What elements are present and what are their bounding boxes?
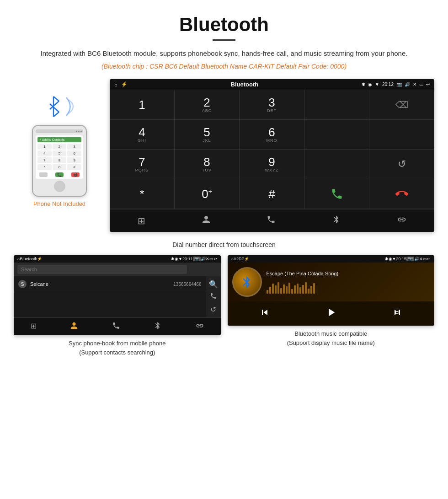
contact-phone: 13566664466 — [173, 282, 201, 287]
toolbar-link-icon[interactable] — [397, 215, 406, 226]
eq-bar — [272, 284, 274, 294]
pb-search-bar — [14, 263, 221, 276]
volume-icon[interactable]: 🔊 — [405, 82, 410, 87]
dial-key-7[interactable]: 7 PQRS — [110, 150, 175, 179]
signal-dot — [76, 131, 77, 132]
dial-sub: JKL — [203, 138, 211, 143]
hu-status-left: ⌂ ⚡ — [114, 81, 128, 87]
dial-backspace[interactable]: ⌫ — [369, 90, 434, 120]
eq-bar — [288, 283, 290, 294]
music-vol-icon[interactable]: 🔊 — [414, 257, 419, 261]
hu-status-right: ✱ ◉ ▼ 20:12 📷 🔊 ✕ ▭ ↩ — [362, 82, 430, 87]
music-bt-icon: ✱ — [385, 257, 389, 261]
head-unit-dialpad[interactable]: ⌂ ⚡ Bluetooth ✱ ◉ ▼ 20:12 📷 🔊 ✕ ▭ ↩ 1 — [110, 79, 434, 232]
pb-reload-icon[interactable]: ↺ — [210, 305, 216, 314]
close-icon[interactable]: ✕ — [413, 82, 416, 87]
phonebook-caption-line2: (Support contacts searching) — [14, 348, 221, 357]
pb-camera-icon[interactable]: 📷 — [193, 257, 201, 261]
music-screen[interactable]: ⌂ A2DP ⚡ ✱ ◉ ▼ 20:15 📷 🔊 ✕ ▭ ↩ — [228, 255, 435, 326]
pb-search-icon[interactable]: 🔍 — [209, 280, 218, 289]
page-title: Bluetooth — [27, 14, 421, 36]
dial-key-star[interactable]: * — [110, 179, 175, 209]
pb-toolbar-phone-icon[interactable] — [112, 322, 120, 332]
phone-key: 0 — [53, 164, 67, 170]
pb-toolbar-bt-icon[interactable] — [154, 322, 162, 332]
dialpad-grid: 1 2 ABC 3 DEF ⌫ 4 GHI 5 JKL — [110, 90, 434, 209]
pb-window-icon[interactable]: ▭ — [209, 257, 213, 261]
bluetooth-music-icon — [240, 275, 254, 289]
toolbar-bluetooth-icon[interactable] — [332, 215, 341, 226]
camera-icon[interactable]: 📷 — [396, 82, 402, 87]
phone-dialpad: 1 2 3 4 5 6 7 8 9 * 0 # — [37, 144, 81, 170]
prev-track-button[interactable] — [259, 307, 270, 320]
pb-toolbar-grid-icon[interactable]: ⊞ — [31, 322, 37, 332]
music-equalizer — [267, 280, 430, 294]
next-track-button[interactable] — [392, 307, 403, 320]
music-back-icon[interactable]: ↩ — [427, 257, 431, 261]
dial-key-4[interactable]: 4 GHI — [110, 120, 175, 150]
pb-close-icon[interactable]: ✕ — [206, 257, 209, 261]
eq-bar — [302, 285, 304, 294]
dial-key-9[interactable]: 9 WXYZ — [240, 150, 304, 179]
toolbar-phone-icon[interactable] — [267, 215, 276, 226]
dial-key-1[interactable]: 1 — [110, 90, 175, 120]
dial-sub: TUV — [202, 168, 212, 172]
music-window-icon[interactable]: ▭ — [423, 257, 427, 261]
eq-bar — [291, 289, 293, 294]
dial-key-3[interactable]: 3 DEF — [240, 90, 304, 120]
eq-bar — [277, 282, 279, 294]
pb-screen-title: Bluetooth — [20, 257, 37, 261]
pb-toolbar-contacts-icon[interactable] — [70, 322, 78, 332]
home-icon[interactable]: ⌂ — [114, 82, 117, 87]
pb-contact-list: S Seicane 13566664466 — [14, 276, 206, 317]
reload-icon: ↺ — [398, 158, 406, 170]
dial-caption: Dial number direct from touchscreen — [0, 236, 448, 255]
dial-key-6[interactable]: 6 MNO — [240, 120, 304, 150]
toolbar-grid-icon[interactable]: ⊞ — [138, 215, 145, 226]
eq-bar — [267, 290, 268, 294]
header-description: Integrated with BC6 Bluetooth module, su… — [27, 48, 421, 59]
dial-call-red[interactable] — [369, 179, 434, 209]
pb-vol-icon[interactable]: 🔊 — [201, 257, 206, 261]
toolbar-contacts-icon[interactable] — [202, 215, 211, 226]
dial-reload[interactable]: ↺ — [369, 150, 434, 179]
dial-call-green[interactable] — [304, 179, 369, 209]
phonebook-screen[interactable]: ⌂ Bluetooth ⚡ ✱ ◉ ▼ 20:11 📷 🔊 ✕ ▭ ↩ — [14, 255, 221, 335]
dial-key-8[interactable]: 8 TUV — [175, 150, 240, 179]
backspace-icon: ⌫ — [395, 99, 408, 110]
phone-bottom-bar: 📞 📵 — [37, 172, 81, 177]
phone-key: 1 — [37, 144, 52, 150]
dial-key-0[interactable]: 0+ — [175, 179, 240, 209]
dial-empty-3 — [369, 120, 434, 150]
dial-num: 6 — [268, 126, 275, 138]
phonebook-caption: Sync phone-book from mobile phone (Suppo… — [14, 339, 221, 357]
dial-key-hash[interactable]: # — [240, 179, 304, 209]
dial-key-2[interactable]: 2 ABC — [175, 90, 240, 120]
back-icon[interactable]: ↩ — [426, 82, 430, 87]
pb-call-side-icon[interactable] — [210, 292, 217, 301]
phone-cancel-btn — [39, 172, 48, 177]
dial-sub: DEF — [267, 108, 277, 113]
music-close-icon[interactable]: ✕ — [419, 257, 423, 261]
play-pause-button[interactable] — [325, 306, 337, 321]
dial-num: * — [139, 188, 144, 200]
music-status-bar: ⌂ A2DP ⚡ ✱ ◉ ▼ 20:15 📷 🔊 ✕ ▭ ↩ — [228, 255, 435, 263]
dial-sub: MNO — [267, 138, 277, 143]
pb-back-icon[interactable]: ↩ — [213, 257, 217, 261]
music-caption: Bluetooth music compatible (Support disp… — [228, 329, 435, 347]
dial-num: 5 — [203, 126, 210, 138]
call-green-icon — [331, 188, 343, 200]
call-red-icon — [395, 188, 408, 200]
music-camera-icon[interactable]: 📷 — [406, 257, 414, 261]
hu-status-bar: ⌂ ⚡ Bluetooth ✱ ◉ ▼ 20:12 📷 🔊 ✕ ▭ ↩ — [110, 79, 434, 90]
pb-contact-row[interactable]: S Seicane 13566664466 — [14, 276, 206, 292]
pb-bt-icon: ✱ — [171, 257, 175, 261]
eq-bar — [305, 282, 307, 294]
eq-bar — [294, 285, 296, 294]
pb-search-input[interactable] — [17, 265, 187, 274]
phone-key: 9 — [67, 157, 81, 163]
pb-toolbar-link-icon[interactable] — [196, 322, 204, 332]
dial-key-5[interactable]: 5 JKL — [175, 120, 240, 150]
bottom-panels: ⌂ Bluetooth ⚡ ✱ ◉ ▼ 20:11 📷 🔊 ✕ ▭ ↩ — [0, 255, 448, 366]
window-icon[interactable]: ▭ — [419, 82, 423, 87]
